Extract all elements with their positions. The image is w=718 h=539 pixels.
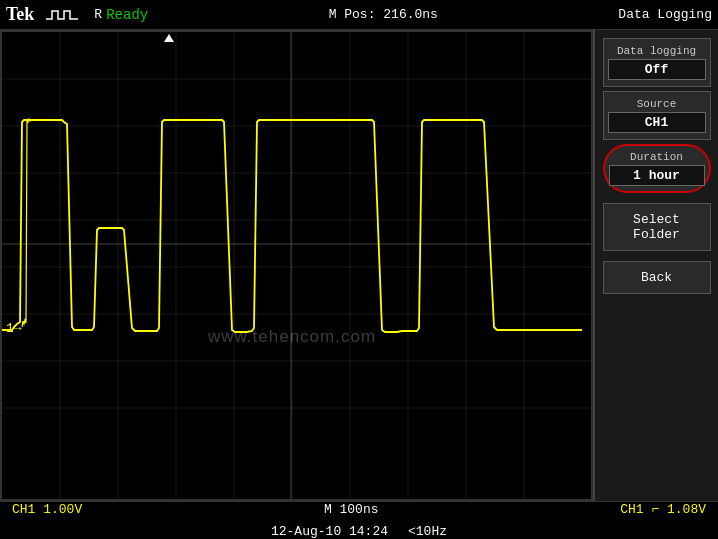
data-logging-value: Off: [608, 59, 706, 80]
ch1-trigger: CH1 ⌐ 1.08V: [620, 502, 706, 517]
top-bar: Tek R Ready M Pos: 216.0ns Data Logging: [0, 0, 718, 30]
right-panel: Data logging Off Source CH1 Duration 1 h…: [593, 30, 718, 501]
source-button[interactable]: Source CH1: [603, 91, 711, 140]
duration-value: 1 hour: [609, 165, 705, 186]
m-time: M 100ns: [324, 502, 379, 517]
record-icon: R: [94, 7, 102, 22]
m-pos: M Pos: 216.0ns: [329, 7, 438, 22]
status-text: Ready: [106, 7, 148, 23]
duration-label: Duration: [609, 151, 705, 163]
select-folder-label: Select: [608, 212, 706, 227]
data-logging-header: Data Logging: [618, 7, 712, 22]
date-time: 12-Aug-10 14:24: [271, 524, 388, 539]
source-value: CH1: [608, 112, 706, 133]
select-folder-label2: Folder: [608, 227, 706, 242]
select-folder-button[interactable]: Select Folder: [603, 203, 711, 251]
tek-logo: Tek: [6, 4, 34, 25]
svg-text:www.tehencom.com: www.tehencom.com: [207, 327, 376, 346]
scope-grid: www.tehencom.com 1→: [2, 32, 591, 499]
data-logging-label: Data logging: [608, 45, 706, 57]
status-badge: Ready: [106, 7, 148, 23]
freq: <10Hz: [408, 524, 447, 539]
bottom-bar: CH1 1.00V M 100ns CH1 ⌐ 1.08V 12-Aug-10 …: [0, 501, 718, 539]
source-label: Source: [608, 98, 706, 110]
bottom-row2: 12-Aug-10 14:24 <10Hz: [12, 524, 706, 539]
back-button[interactable]: Back: [603, 261, 711, 294]
back-label: Back: [641, 270, 672, 285]
data-logging-button[interactable]: Data logging Off: [603, 38, 711, 87]
svg-rect-0: [2, 32, 591, 499]
bottom-row1: CH1 1.00V M 100ns CH1 ⌐ 1.08V: [12, 502, 706, 517]
duration-button[interactable]: Duration 1 hour: [603, 144, 711, 193]
content-area: www.tehencom.com 1→ Data logging Off Sou…: [0, 30, 718, 501]
main-container: Tek R Ready M Pos: 216.0ns Data Logging: [0, 0, 718, 539]
trigger-waveform-icon: [44, 5, 80, 25]
ch1-volt: CH1 1.00V: [12, 502, 82, 517]
scope-screen: www.tehencom.com 1→: [0, 30, 593, 501]
svg-text:1→: 1→: [6, 321, 22, 336]
